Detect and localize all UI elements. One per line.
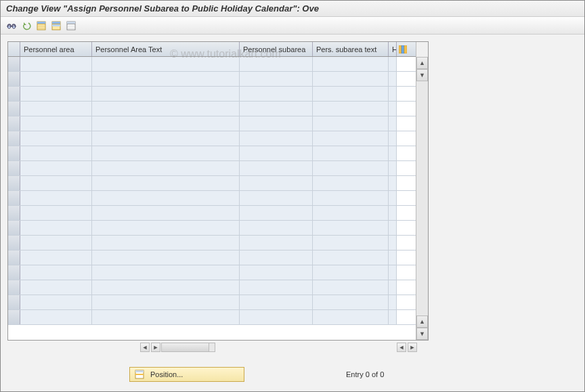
table-row[interactable] — [8, 251, 416, 265]
scroll-up-button[interactable]: ▲ — [416, 57, 428, 69]
table-row[interactable] — [8, 236, 416, 251]
scroll-up-button-2[interactable]: ▲ — [416, 315, 428, 328]
cell-personnel-area[interactable] — [20, 221, 92, 235]
cell-personnel-area[interactable] — [20, 310, 92, 324]
row-selector[interactable] — [8, 236, 20, 250]
table-row[interactable] — [8, 57, 416, 72]
cell-personnel-subarea[interactable] — [240, 72, 313, 86]
hscroll-track[interactable] — [161, 343, 215, 352]
cell-personnel-subarea[interactable] — [240, 161, 313, 175]
table-config-button[interactable] — [397, 42, 409, 56]
cell-personnel-area-text[interactable] — [92, 221, 240, 235]
column-personnel-area-text[interactable]: Personnel Area Text — [92, 42, 240, 56]
cell-personnel-area[interactable] — [20, 251, 92, 265]
table-row[interactable] — [8, 102, 416, 116]
cell-personnel-area[interactable] — [20, 57, 92, 71]
cell-h[interactable] — [389, 131, 397, 146]
cell-personnel-subarea[interactable] — [240, 191, 313, 205]
cell-pers-subarea-text[interactable] — [313, 72, 389, 86]
table-row[interactable] — [8, 221, 416, 236]
cell-personnel-subarea[interactable] — [240, 265, 313, 280]
cell-h[interactable] — [389, 251, 397, 265]
table-row[interactable] — [8, 206, 416, 221]
cell-h[interactable] — [389, 221, 397, 235]
cell-personnel-subarea[interactable] — [240, 116, 313, 131]
cell-pers-subarea-text[interactable] — [313, 265, 389, 280]
cell-personnel-area[interactable] — [20, 102, 92, 116]
table-row[interactable] — [8, 146, 416, 161]
cell-personnel-subarea[interactable] — [240, 280, 313, 295]
cell-personnel-area-text[interactable] — [92, 206, 240, 220]
table-row[interactable] — [8, 191, 416, 206]
scroll-right-button[interactable]: ► — [151, 343, 160, 352]
cell-personnel-area[interactable] — [20, 131, 92, 146]
cell-personnel-area[interactable] — [20, 191, 92, 205]
table-row[interactable] — [8, 87, 416, 102]
cell-personnel-area[interactable] — [20, 206, 92, 220]
cell-pers-subarea-text[interactable] — [313, 221, 389, 235]
scroll-down-button-2[interactable]: ▼ — [416, 328, 428, 340]
cell-personnel-area-text[interactable] — [92, 87, 240, 101]
cell-personnel-subarea[interactable] — [240, 310, 313, 324]
hscroll-thumb[interactable] — [162, 343, 209, 351]
scroll-left-button[interactable]: ◄ — [140, 343, 150, 352]
row-selector[interactable] — [8, 295, 20, 309]
row-selector[interactable] — [8, 87, 20, 101]
column-selector[interactable] — [8, 42, 20, 56]
cell-personnel-subarea[interactable] — [240, 131, 313, 146]
row-selector[interactable] — [8, 57, 20, 71]
undo-button[interactable] — [20, 19, 33, 32]
cell-personnel-area-text[interactable] — [92, 131, 240, 146]
cell-h[interactable] — [389, 265, 397, 280]
cell-pers-subarea-text[interactable] — [313, 131, 389, 146]
cell-pers-subarea-text[interactable] — [313, 295, 389, 309]
row-selector[interactable] — [8, 280, 20, 295]
cell-pers-subarea-text[interactable] — [313, 206, 389, 220]
row-selector[interactable] — [8, 221, 20, 235]
cell-personnel-area-text[interactable] — [92, 310, 240, 324]
row-selector[interactable] — [8, 191, 20, 205]
cell-personnel-subarea[interactable] — [240, 295, 313, 309]
scroll-track[interactable] — [416, 81, 428, 315]
cell-h[interactable] — [389, 102, 397, 116]
table-row[interactable] — [8, 295, 416, 310]
cell-h[interactable] — [389, 310, 397, 324]
cell-personnel-area-text[interactable] — [92, 265, 240, 280]
cell-personnel-area-text[interactable] — [92, 236, 240, 250]
cell-h[interactable] — [389, 146, 397, 160]
cell-personnel-subarea[interactable] — [240, 206, 313, 220]
cell-h[interactable] — [389, 295, 397, 309]
scroll-left-button-2[interactable]: ◄ — [397, 343, 406, 352]
cell-personnel-subarea[interactable] — [240, 146, 313, 160]
cell-personnel-subarea[interactable] — [240, 102, 313, 116]
position-button[interactable]: Position... — [129, 367, 244, 382]
table-row[interactable] — [8, 265, 416, 280]
cell-personnel-area-text[interactable] — [92, 191, 240, 205]
column-h[interactable]: H — [389, 42, 397, 56]
cell-pers-subarea-text[interactable] — [313, 146, 389, 160]
cell-personnel-area-text[interactable] — [92, 57, 240, 71]
cell-personnel-subarea[interactable] — [240, 57, 313, 71]
cell-personnel-area[interactable] — [20, 87, 92, 101]
cell-pers-subarea-text[interactable] — [313, 280, 389, 295]
other-view-button[interactable] — [5, 19, 18, 32]
cell-personnel-subarea[interactable] — [240, 221, 313, 235]
deselect-all-button[interactable] — [64, 19, 78, 32]
row-selector[interactable] — [8, 176, 20, 190]
cell-personnel-area[interactable] — [20, 161, 92, 175]
table-row[interactable] — [8, 161, 416, 176]
cell-personnel-subarea[interactable] — [240, 236, 313, 250]
cell-personnel-area-text[interactable] — [92, 72, 240, 86]
cell-pers-subarea-text[interactable] — [313, 176, 389, 190]
cell-h[interactable] — [389, 280, 397, 295]
cell-pers-subarea-text[interactable] — [313, 310, 389, 324]
cell-personnel-area[interactable] — [20, 265, 92, 280]
cell-personnel-subarea[interactable] — [240, 87, 313, 101]
cell-pers-subarea-text[interactable] — [313, 251, 389, 265]
cell-pers-subarea-text[interactable] — [313, 116, 389, 131]
cell-h[interactable] — [389, 236, 397, 250]
select-all-button[interactable] — [35, 19, 48, 32]
table-row[interactable] — [8, 131, 416, 146]
cell-h[interactable] — [389, 161, 397, 175]
scroll-right-button-2[interactable]: ► — [408, 343, 417, 352]
